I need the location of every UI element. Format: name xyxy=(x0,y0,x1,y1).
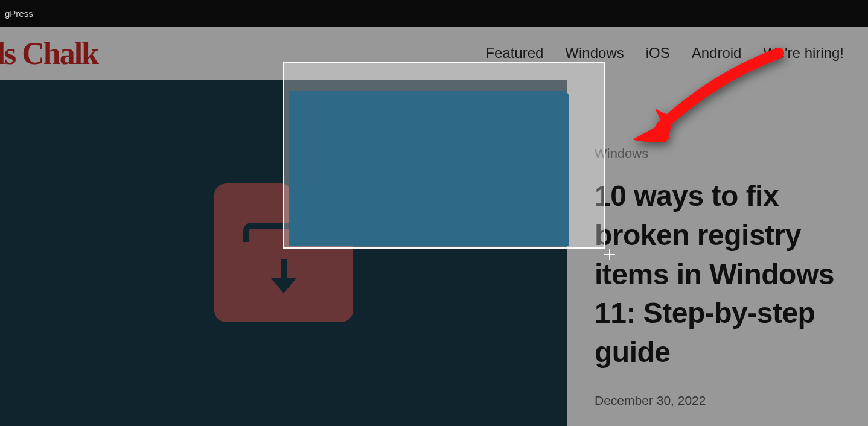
browser-top-bar: gPress xyxy=(0,0,868,27)
article-featured-image xyxy=(0,80,567,426)
nav-windows[interactable]: Windows xyxy=(565,45,624,62)
article-category[interactable]: Windows xyxy=(595,146,868,162)
nav-featured[interactable]: Featured xyxy=(485,45,543,62)
tab-text: gPress xyxy=(5,8,33,19)
nav-hiring[interactable]: We're hiring! xyxy=(763,45,844,62)
article-meta: Windows 10 ways to fix broken registry i… xyxy=(567,80,868,426)
nav-ios[interactable]: iOS xyxy=(646,45,670,62)
article-hero: Windows 10 ways to fix broken registry i… xyxy=(0,80,868,426)
site-logo[interactable]: ds Chalk xyxy=(0,36,98,71)
page-content: ds Chalk Featured Windows iOS Android We… xyxy=(0,27,868,426)
site-header: ds Chalk Featured Windows iOS Android We… xyxy=(0,27,868,80)
nav-android[interactable]: Android xyxy=(692,45,742,62)
article-date: December 30, 2022 xyxy=(595,393,868,408)
article-title[interactable]: 10 ways to fix broken registry items in … xyxy=(595,177,868,372)
main-navigation: Featured Windows iOS Android We're hirin… xyxy=(485,45,844,62)
folder-download-icon xyxy=(214,183,353,322)
